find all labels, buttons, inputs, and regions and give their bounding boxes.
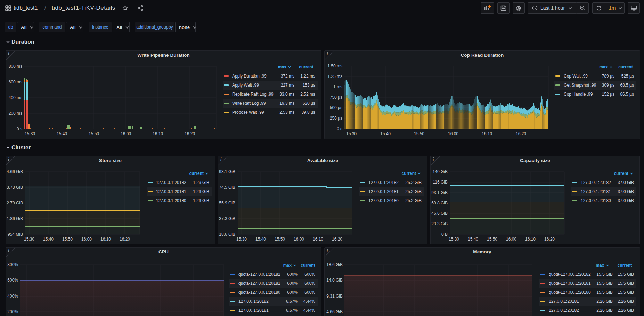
svg-text:400 ms: 400 ms xyxy=(9,95,22,100)
svg-text:9.31 GiB: 9.31 GiB xyxy=(326,294,343,299)
svg-text:16:20: 16:20 xyxy=(120,237,130,242)
svg-text:16:10: 16:10 xyxy=(525,237,536,242)
svg-text:37.3 GiB: 37.3 GiB xyxy=(219,216,235,221)
svg-text:15:40: 15:40 xyxy=(380,131,391,136)
svg-text:46.6 GiB: 46.6 GiB xyxy=(431,211,448,216)
svg-text:16:00: 16:00 xyxy=(294,237,304,242)
svg-text:4.66 GiB: 4.66 GiB xyxy=(326,309,343,314)
svg-text:1 ms: 1 ms xyxy=(333,84,342,89)
svg-text:4.66 GiB: 4.66 GiB xyxy=(7,169,23,174)
svg-text:14.0 GiB: 14.0 GiB xyxy=(326,278,343,283)
svg-text:15:40: 15:40 xyxy=(255,237,266,242)
svg-text:16:20: 16:20 xyxy=(332,237,342,242)
svg-text:2.79 GiB: 2.79 GiB xyxy=(7,201,23,205)
svg-text:23.3 GiB: 23.3 GiB xyxy=(431,221,448,226)
svg-text:16:20: 16:20 xyxy=(516,131,526,136)
svg-text:16:00: 16:00 xyxy=(121,131,131,136)
svg-text:0 s: 0 s xyxy=(17,127,22,131)
svg-text:15:40: 15:40 xyxy=(468,237,478,242)
svg-text:1.25 ms: 1.25 ms xyxy=(327,74,342,79)
svg-text:3.73 GiB: 3.73 GiB xyxy=(7,185,23,190)
svg-text:16:00: 16:00 xyxy=(448,131,458,136)
svg-text:15:50: 15:50 xyxy=(89,131,99,136)
svg-text:0 s: 0 s xyxy=(337,126,342,131)
svg-text:16:20: 16:20 xyxy=(185,131,195,136)
svg-text:200 ms: 200 ms xyxy=(9,111,22,116)
svg-text:16:10: 16:10 xyxy=(482,131,492,136)
svg-text:15:40: 15:40 xyxy=(57,131,67,136)
svg-text:15:50: 15:50 xyxy=(275,237,285,242)
svg-text:600%: 600% xyxy=(7,278,18,283)
svg-text:600 ms: 600 ms xyxy=(9,80,22,84)
svg-text:954 MiB: 954 MiB xyxy=(8,232,23,237)
svg-text:400%: 400% xyxy=(7,294,18,299)
svg-text:15:50: 15:50 xyxy=(62,237,73,242)
svg-text:0 B: 0 B xyxy=(441,232,448,237)
svg-text:250 µs: 250 µs xyxy=(330,116,342,121)
svg-text:116 GiB: 116 GiB xyxy=(433,180,448,185)
svg-text:800 ms: 800 ms xyxy=(9,64,22,69)
svg-text:140 GiB: 140 GiB xyxy=(433,169,448,174)
svg-text:15:30: 15:30 xyxy=(346,131,357,136)
svg-text:18.6 GiB: 18.6 GiB xyxy=(219,232,235,237)
svg-text:1.86 GiB: 1.86 GiB xyxy=(7,216,23,221)
svg-text:69.8 GiB: 69.8 GiB xyxy=(431,201,448,205)
svg-text:18.6 GiB: 18.6 GiB xyxy=(326,262,343,267)
svg-text:15:30: 15:30 xyxy=(25,131,35,136)
svg-text:55.9 GiB: 55.9 GiB xyxy=(219,201,235,205)
svg-text:74.5 GiB: 74.5 GiB xyxy=(219,185,235,190)
svg-text:15:40: 15:40 xyxy=(43,237,54,242)
svg-text:15:30: 15:30 xyxy=(449,237,459,242)
svg-text:93.1 GiB: 93.1 GiB xyxy=(431,190,448,195)
svg-text:200%: 200% xyxy=(7,309,18,314)
svg-text:750 µs: 750 µs xyxy=(330,95,342,100)
svg-text:16:10: 16:10 xyxy=(100,237,111,242)
svg-text:15:50: 15:50 xyxy=(414,131,424,136)
svg-text:500 µs: 500 µs xyxy=(330,105,342,110)
svg-text:1.50 ms: 1.50 ms xyxy=(327,64,342,68)
svg-text:15:30: 15:30 xyxy=(236,237,247,242)
svg-text:800%: 800% xyxy=(7,262,18,267)
svg-text:93.1 GiB: 93.1 GiB xyxy=(219,169,235,174)
svg-text:16:20: 16:20 xyxy=(544,237,555,242)
svg-text:16:10: 16:10 xyxy=(153,131,163,136)
svg-text:15:30: 15:30 xyxy=(24,237,34,242)
svg-text:16:00: 16:00 xyxy=(81,237,92,242)
svg-text:16:00: 16:00 xyxy=(506,237,516,242)
svg-text:15:50: 15:50 xyxy=(487,237,497,242)
svg-text:16:10: 16:10 xyxy=(313,237,323,242)
